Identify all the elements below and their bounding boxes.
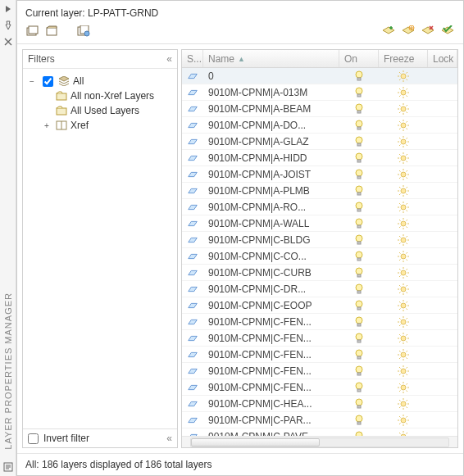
layer-lock-toggle[interactable]	[428, 183, 457, 198]
layer-freeze-toggle[interactable]	[379, 379, 428, 395]
layer-lock-toggle[interactable]	[428, 134, 457, 149]
layer-on-toggle[interactable]	[339, 101, 379, 116]
layer-lock-toggle[interactable]	[428, 232, 457, 247]
column-freeze[interactable]: Freeze	[379, 50, 428, 67]
layer-lock-toggle[interactable]	[428, 150, 457, 165]
layer-lock-toggle[interactable]	[428, 428, 457, 436]
layer-freeze-toggle[interactable]	[379, 134, 428, 149]
layer-on-toggle[interactable]	[339, 265, 379, 280]
layer-row[interactable]: 9010M-CPNM|A-DO...	[182, 117, 457, 134]
layer-freeze-toggle[interactable]	[379, 314, 428, 329]
layer-freeze-toggle[interactable]	[379, 68, 428, 84]
layer-lock-toggle[interactable]	[428, 101, 457, 116]
horizontal-scrollbar[interactable]	[182, 436, 457, 447]
layer-freeze-toggle[interactable]	[379, 232, 428, 247]
layer-row[interactable]: 9010M-CPNM|C-FEN...	[182, 330, 457, 347]
layer-on-toggle[interactable]	[339, 347, 379, 362]
filter-checkbox[interactable]	[43, 76, 53, 87]
filter-tree-item[interactable]: −All	[26, 74, 174, 88]
layer-lock-toggle[interactable]	[428, 396, 457, 411]
layer-freeze-toggle[interactable]	[379, 84, 428, 100]
layer-row[interactable]: 9010M-CPNM|C-HEA...	[182, 396, 457, 412]
layer-on-toggle[interactable]	[339, 68, 379, 84]
layer-freeze-toggle[interactable]	[379, 412, 428, 428]
layer-on-toggle[interactable]	[339, 183, 379, 198]
layer-freeze-toggle[interactable]	[379, 215, 428, 231]
layer-row[interactable]: 9010M-CPNM|C-CURB	[182, 265, 457, 281]
layer-row[interactable]: 9010M-CPNM|A-013M	[182, 84, 457, 101]
layer-freeze-toggle[interactable]	[379, 428, 428, 436]
layer-lock-toggle[interactable]	[428, 215, 457, 231]
filter-tree-item[interactable]: All non-Xref Layers	[26, 88, 174, 103]
layer-freeze-toggle[interactable]	[379, 199, 428, 215]
expander-icon[interactable]: −	[30, 77, 38, 86]
layer-row[interactable]: 9010M-CPNM|A-GLAZ	[182, 134, 457, 150]
layer-on-toggle[interactable]	[339, 248, 379, 264]
layer-on-toggle[interactable]	[339, 232, 379, 247]
layer-row[interactable]: 9010M-CPNM|A-HIDD	[182, 150, 457, 166]
layer-freeze-toggle[interactable]	[379, 101, 428, 116]
filter-tree-item[interactable]: All Used Layers	[26, 103, 174, 118]
layer-lock-toggle[interactable]	[428, 281, 457, 297]
layer-row[interactable]: 9010M-CPNM|C-PAVE	[182, 428, 457, 436]
layer-freeze-toggle[interactable]	[379, 297, 428, 313]
layer-row[interactable]: 9010M-CPNM|C-BLDG	[182, 232, 457, 248]
layer-row[interactable]: 9010M-CPNM|A-BEAM	[182, 101, 457, 117]
layer-freeze-toggle[interactable]	[379, 396, 428, 411]
layer-lock-toggle[interactable]	[428, 199, 457, 215]
layer-row[interactable]: 9010M-CPNM|C-DR...	[182, 281, 457, 297]
layer-row[interactable]: 9010M-CPNM|A-RO...	[182, 199, 457, 215]
grid-body[interactable]: 09010M-CPNM|A-013M9010M-CPNM|A-BEAM9010M…	[182, 68, 457, 436]
column-on[interactable]: On	[339, 50, 379, 67]
layer-row[interactable]: 9010M-CPNM|A-PLMB	[182, 183, 457, 199]
layer-row[interactable]: 9010M-CPNM|C-FEN...	[182, 314, 457, 330]
new-layer-freeze-icon[interactable]	[401, 24, 416, 39]
layer-lock-toggle[interactable]	[428, 265, 457, 280]
column-lock[interactable]: Lock	[428, 50, 457, 67]
layer-lock-toggle[interactable]	[428, 166, 457, 182]
layer-on-toggle[interactable]	[339, 363, 379, 379]
layer-row[interactable]: 0	[182, 68, 457, 84]
new-layer-icon[interactable]	[381, 24, 396, 39]
layer-lock-toggle[interactable]	[428, 248, 457, 264]
filter-tree-item[interactable]: +Xref	[26, 118, 174, 133]
layer-row[interactable]: 9010M-CPNM|C-EOOP	[182, 297, 457, 314]
collapse-invert-icon[interactable]: «	[166, 433, 172, 444]
layer-lock-toggle[interactable]	[428, 117, 457, 133]
properties-icon[interactable]	[2, 461, 14, 473]
layer-on-toggle[interactable]	[339, 281, 379, 297]
layer-freeze-toggle[interactable]	[379, 150, 428, 165]
column-name[interactable]: Name ▲	[203, 50, 339, 67]
layer-on-toggle[interactable]	[339, 199, 379, 215]
set-current-icon[interactable]	[440, 24, 455, 39]
layer-on-toggle[interactable]	[339, 166, 379, 182]
layer-lock-toggle[interactable]	[428, 84, 457, 100]
layer-lock-toggle[interactable]	[428, 68, 457, 84]
layer-on-toggle[interactable]	[339, 84, 379, 100]
layer-freeze-toggle[interactable]	[379, 117, 428, 133]
layer-freeze-toggle[interactable]	[379, 166, 428, 182]
layer-row[interactable]: 9010M-CPNM|C-CO...	[182, 248, 457, 265]
layer-lock-toggle[interactable]	[428, 379, 457, 395]
layer-lock-toggle[interactable]	[428, 297, 457, 313]
layer-freeze-toggle[interactable]	[379, 363, 428, 379]
layer-on-toggle[interactable]	[339, 150, 379, 165]
layer-freeze-toggle[interactable]	[379, 347, 428, 362]
collapse-filters-icon[interactable]: «	[166, 53, 172, 65]
layer-on-toggle[interactable]	[339, 412, 379, 428]
layer-freeze-toggle[interactable]	[379, 183, 428, 198]
new-group-filter-icon[interactable]	[45, 24, 60, 39]
delete-layer-icon[interactable]	[421, 24, 435, 39]
column-status[interactable]: S...	[182, 50, 203, 67]
layer-row[interactable]: 9010M-CPNM|C-PAR...	[182, 412, 457, 428]
new-property-filter-icon[interactable]	[25, 24, 40, 39]
layer-lock-toggle[interactable]	[428, 330, 457, 346]
invert-filter-checkbox[interactable]	[28, 433, 39, 444]
close-icon[interactable]	[2, 36, 14, 48]
layer-on-toggle[interactable]	[339, 428, 379, 436]
layer-on-toggle[interactable]	[339, 379, 379, 395]
layer-on-toggle[interactable]	[339, 215, 379, 231]
layer-lock-toggle[interactable]	[428, 314, 457, 329]
layer-row[interactable]: 9010M-CPNM|C-FEN...	[182, 347, 457, 363]
layer-on-toggle[interactable]	[339, 330, 379, 346]
